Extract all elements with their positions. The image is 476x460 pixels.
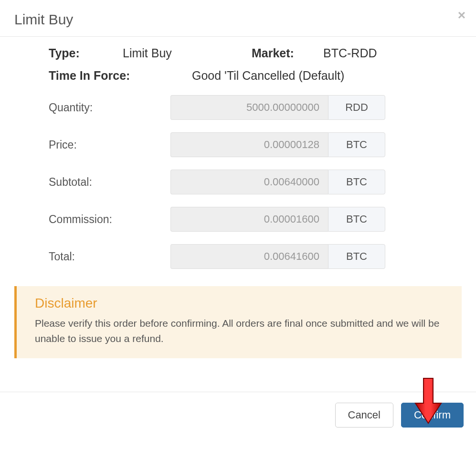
disclaimer-heading: Disclaimer (35, 296, 444, 311)
price-row: Price: BTC (49, 132, 385, 157)
subtotal-input[interactable] (170, 170, 328, 194)
commission-unit: BTC (328, 207, 385, 232)
quantity-row: Quantity: RDD (49, 95, 385, 120)
modal-header: Limit Buy × (0, 0, 476, 37)
modal-title: Limit Buy (14, 11, 462, 28)
market-label: Market: (252, 46, 323, 60)
quantity-label: Quantity: (49, 101, 170, 114)
total-unit: BTC (328, 244, 385, 269)
disclaimer-body: Please verify this order before confirmi… (35, 316, 444, 346)
price-unit: BTC (328, 132, 385, 157)
subtotal-unit: BTC (328, 170, 385, 194)
limit-buy-modal: Limit Buy × Type: Limit Buy Market: BTC-… (0, 0, 476, 438)
quantity-unit: RDD (328, 95, 385, 120)
price-label: Price: (49, 139, 170, 151)
summary-row-tif: Time In Force: Good 'Til Cancelled (Defa… (49, 69, 443, 83)
cancel-button[interactable]: Cancel (335, 403, 393, 428)
summary-row-type-market: Type: Limit Buy Market: BTC-RDD (49, 46, 443, 60)
commission-label: Commission: (49, 213, 170, 226)
disclaimer-panel: Disclaimer Please verify this order befo… (14, 286, 462, 358)
commission-row: Commission: BTC (49, 207, 385, 232)
subtotal-row: Subtotal: BTC (49, 170, 385, 194)
total-row: Total: BTC (49, 244, 385, 269)
confirm-button[interactable]: Confirm (401, 403, 464, 428)
type-label: Type: (49, 46, 123, 60)
modal-body: Type: Limit Buy Market: BTC-RDD Time In … (0, 37, 476, 362)
price-input[interactable] (170, 132, 328, 157)
total-label: Total: (49, 250, 170, 263)
close-icon[interactable]: × (458, 9, 465, 22)
market-value: BTC-RDD (323, 46, 377, 60)
tif-value: Good 'Til Cancelled (Default) (192, 69, 443, 83)
tif-label: Time In Force: (49, 69, 192, 83)
modal-footer: Cancel Confirm (0, 392, 476, 438)
quantity-input[interactable] (170, 95, 328, 120)
subtotal-label: Subtotal: (49, 176, 170, 189)
commission-input[interactable] (170, 207, 328, 232)
type-value: Limit Buy (123, 46, 252, 60)
total-input[interactable] (170, 244, 328, 269)
